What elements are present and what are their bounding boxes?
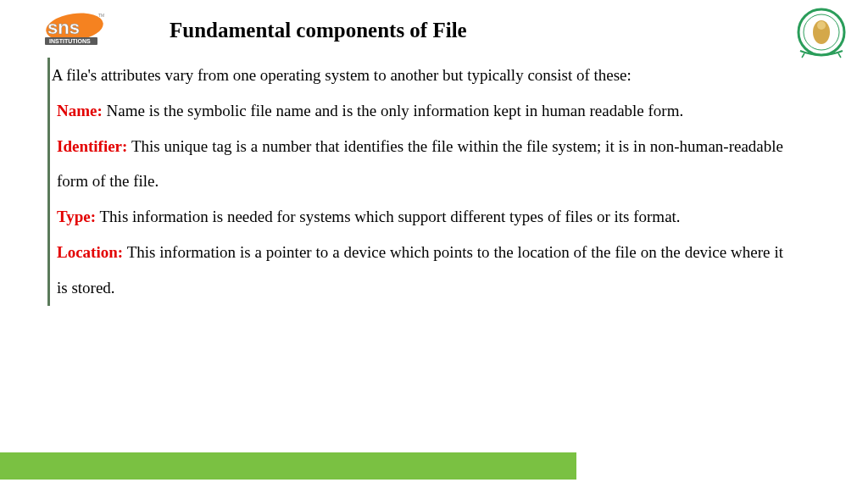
page-title: Fundamental components of File xyxy=(170,19,467,42)
sns-logo-icon: sns INSTITUTIONS TM xyxy=(24,10,104,48)
college-emblem-icon xyxy=(792,7,851,62)
term-name: Name: xyxy=(57,102,103,119)
intro-text: A file's attributes vary from one operat… xyxy=(48,58,783,93)
term-type: Type: xyxy=(57,208,96,225)
item-location: Location: This information is a pointer … xyxy=(57,235,783,306)
intro-span: A file's attributes vary from one operat… xyxy=(52,66,632,84)
svg-point-8 xyxy=(817,21,826,30)
footer-bar xyxy=(0,452,576,480)
item-type: Type: This information is needed for sys… xyxy=(57,199,783,235)
desc-identifier: This unique tag is a number that identif… xyxy=(57,137,783,191)
svg-text:TM: TM xyxy=(98,13,104,18)
college-emblem xyxy=(792,7,851,62)
content-block: A file's attributes vary from one operat… xyxy=(47,58,783,306)
term-identifier: Identifier: xyxy=(57,137,127,155)
desc-location: This information is a pointer to a devic… xyxy=(57,243,783,297)
term-location: Location: xyxy=(57,243,123,261)
desc-name: Name is the symbolic file name and is th… xyxy=(103,102,683,119)
item-name: Name: Name is the symbolic file name and… xyxy=(57,93,783,129)
svg-text:sns: sns xyxy=(47,17,80,38)
svg-text:INSTITUTIONS: INSTITUTIONS xyxy=(49,38,91,44)
sns-logo: sns INSTITUTIONS TM xyxy=(24,10,104,48)
desc-type: This information is needed for systems w… xyxy=(96,208,681,225)
item-identifier: Identifier: This unique tag is a number … xyxy=(57,129,783,200)
